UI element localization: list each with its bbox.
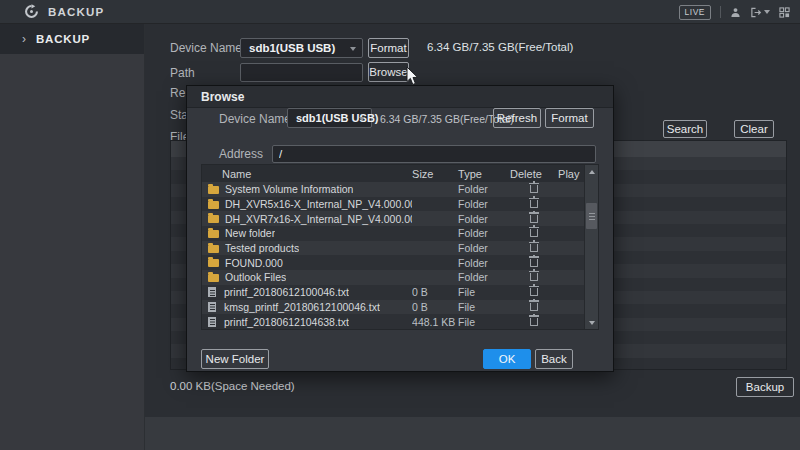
folder-icon — [208, 215, 219, 223]
dialog-device-name-value: sdb1(USB USB) — [296, 112, 379, 124]
column-name: Name — [202, 168, 412, 180]
file-size: 448.1 KB — [412, 316, 458, 328]
capacity-text: 6.34 GB/7.35 GB(Free/Total) — [427, 41, 573, 53]
file-type: Folder — [458, 213, 510, 225]
chevron-right-icon — [22, 34, 26, 44]
dialog-device-name-select[interactable]: sdb1(USB USB) — [287, 108, 372, 128]
file-type: Folder — [458, 257, 510, 269]
dialog-device-name-label: Device Name — [219, 112, 291, 126]
delete-icon[interactable] — [530, 273, 538, 281]
delete-icon[interactable] — [530, 229, 538, 237]
file-table-main: Name Size Type Delete Play System Volume… — [202, 165, 584, 329]
top-bar: BACKUP LIVE — [0, 0, 800, 24]
file-table-scrollbar[interactable] — [584, 165, 598, 329]
file-name: DH_XVR5x16-X_Internal_NP_V4.000.000... — [225, 198, 412, 210]
dropdown-caret-icon — [350, 47, 356, 51]
file-size: 0 B — [412, 301, 458, 313]
dialog-titlebar[interactable]: Browse — [187, 86, 613, 108]
backup-screen: BACKUP LIVE — [0, 0, 800, 450]
folder-icon — [208, 245, 219, 253]
file-row[interactable]: printf_20180612104638.txt 448.1 KB File — [202, 314, 584, 329]
back-button[interactable]: Back — [535, 349, 573, 369]
device-name-label: Device Name — [170, 41, 242, 55]
sidebar-item-label: BACKUP — [36, 33, 90, 45]
file-type: File — [458, 316, 510, 328]
file-row[interactable]: System Volume Information Folder — [202, 182, 584, 197]
format-button[interactable]: Format — [368, 38, 409, 58]
dialog-format-button[interactable]: Format — [545, 108, 594, 128]
clear-button[interactable]: Clear — [734, 120, 774, 138]
file-type: Folder — [458, 227, 510, 239]
page-title: BACKUP — [48, 6, 104, 18]
file-type: Folder — [458, 242, 510, 254]
path-label: Path — [170, 66, 195, 80]
file-row[interactable]: printf_20180612100046.txt 0 B File — [202, 285, 584, 300]
delete-icon[interactable] — [530, 303, 538, 311]
topbar-actions: LIVE — [679, 0, 790, 24]
file-name: Outlook Files — [225, 271, 286, 283]
folder-icon — [208, 186, 219, 194]
live-button[interactable]: LIVE — [679, 5, 711, 20]
delete-icon[interactable] — [530, 244, 538, 252]
backup-button[interactable]: Backup — [736, 377, 794, 397]
file-row[interactable]: DH_XVR5x16-X_Internal_NP_V4.000.000... F… — [202, 197, 584, 212]
file-row[interactable]: New folder Folder — [202, 226, 584, 241]
delete-icon[interactable] — [530, 215, 538, 223]
device-name-select[interactable]: sdb1(USB USB) — [240, 38, 363, 58]
column-delete: Delete — [510, 168, 558, 180]
triangle-up-icon — [589, 170, 595, 174]
file-type: Folder — [458, 271, 510, 283]
sidebar-item-backup[interactable]: BACKUP — [0, 24, 144, 54]
device-name-value: sdb1(USB USB) — [249, 42, 335, 54]
file-name: FOUND.000 — [225, 257, 283, 269]
file-icon — [208, 287, 216, 297]
file-name: DH_XVR7x16-X_Internal_NP_V4.000.000... — [225, 213, 412, 225]
delete-icon[interactable] — [530, 318, 538, 326]
file-row[interactable]: DH_XVR7x16-X_Internal_NP_V4.000.000... F… — [202, 211, 584, 226]
delete-icon[interactable] — [530, 259, 538, 267]
column-size: Size — [412, 168, 458, 180]
file-row[interactable]: kmsg_printf_20180612100046.txt 0 B File — [202, 300, 584, 315]
file-type: File — [458, 301, 510, 313]
file-table: Name Size Type Delete Play System Volume… — [201, 164, 599, 330]
scroll-up-button[interactable] — [585, 165, 598, 178]
delete-icon[interactable] — [530, 200, 538, 208]
file-row[interactable]: Tested products Folder — [202, 241, 584, 256]
folder-icon — [208, 230, 219, 238]
folder-icon — [208, 274, 219, 282]
file-name: New folder — [225, 227, 275, 239]
address-input[interactable] — [272, 145, 596, 163]
file-name: printf_20180612100046.txt — [224, 286, 349, 298]
file-type: Folder — [458, 198, 510, 210]
browse-dialog: Browse Device Name sdb1(USB USB) 6.34 GB… — [186, 85, 614, 372]
file-list-body: System Volume Information Folder DH_XVR5… — [202, 182, 584, 329]
topbar-divider — [720, 6, 721, 18]
scroll-down-button[interactable] — [585, 316, 598, 329]
folder-icon — [208, 259, 219, 267]
file-row[interactable]: FOUND.000 Folder — [202, 255, 584, 270]
path-input[interactable] — [240, 63, 363, 82]
file-table-header: Name Size Type Delete Play — [202, 165, 584, 182]
delete-icon[interactable] — [530, 185, 538, 193]
triangle-down-icon — [589, 321, 595, 325]
file-type: Folder — [458, 183, 510, 195]
grid-icon[interactable] — [779, 7, 790, 18]
logout-icon[interactable] — [750, 7, 770, 18]
file-row[interactable]: Outlook Files Folder — [202, 270, 584, 285]
column-type: Type — [458, 168, 510, 180]
delete-icon[interactable] — [530, 288, 538, 296]
file-icon — [208, 317, 216, 327]
ok-button[interactable]: OK — [483, 349, 531, 369]
new-folder-button[interactable]: New Folder — [201, 349, 269, 369]
scrollbar-thumb[interactable] — [586, 203, 597, 229]
search-button[interactable]: Search — [663, 120, 707, 138]
file-icon — [208, 302, 216, 312]
browse-button[interactable]: Browse — [368, 62, 409, 82]
refresh-button[interactable]: Refresh — [493, 108, 541, 128]
dropdown-caret-icon — [359, 117, 365, 121]
user-icon[interactable] — [730, 7, 741, 18]
file-size: 0 B — [412, 286, 458, 298]
dialog-title: Browse — [201, 90, 244, 104]
address-label: Address — [219, 147, 263, 161]
file-name: Tested products — [225, 242, 299, 254]
